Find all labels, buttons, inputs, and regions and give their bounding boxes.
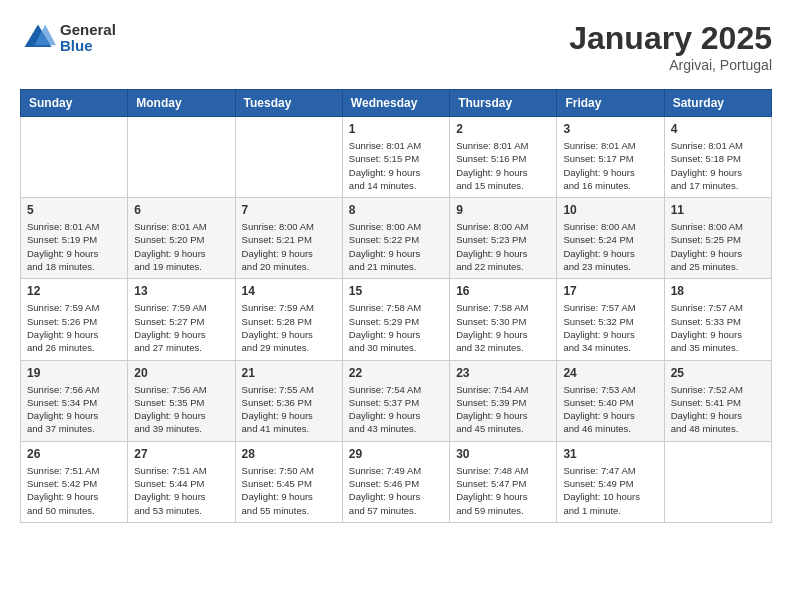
day-number: 8 (349, 203, 443, 217)
day-cell: 13Sunrise: 7:59 AM Sunset: 5:27 PM Dayli… (128, 279, 235, 360)
day-info: Sunrise: 8:01 AM Sunset: 5:15 PM Dayligh… (349, 139, 443, 192)
day-cell: 6Sunrise: 8:01 AM Sunset: 5:20 PM Daylig… (128, 198, 235, 279)
day-info: Sunrise: 7:54 AM Sunset: 5:37 PM Dayligh… (349, 383, 443, 436)
day-info: Sunrise: 7:55 AM Sunset: 5:36 PM Dayligh… (242, 383, 336, 436)
day-info: Sunrise: 7:56 AM Sunset: 5:35 PM Dayligh… (134, 383, 228, 436)
page-header: General Blue January 2025 Argivai, Portu… (20, 20, 772, 73)
day-info: Sunrise: 8:01 AM Sunset: 5:17 PM Dayligh… (563, 139, 657, 192)
day-info: Sunrise: 8:00 AM Sunset: 5:23 PM Dayligh… (456, 220, 550, 273)
column-header-tuesday: Tuesday (235, 90, 342, 117)
day-cell: 26Sunrise: 7:51 AM Sunset: 5:42 PM Dayli… (21, 441, 128, 522)
day-info: Sunrise: 7:59 AM Sunset: 5:27 PM Dayligh… (134, 301, 228, 354)
day-cell (21, 117, 128, 198)
calendar-header-row: SundayMondayTuesdayWednesdayThursdayFrid… (21, 90, 772, 117)
day-cell: 14Sunrise: 7:59 AM Sunset: 5:28 PM Dayli… (235, 279, 342, 360)
week-row-4: 19Sunrise: 7:56 AM Sunset: 5:34 PM Dayli… (21, 360, 772, 441)
day-info: Sunrise: 7:57 AM Sunset: 5:33 PM Dayligh… (671, 301, 765, 354)
day-cell: 12Sunrise: 7:59 AM Sunset: 5:26 PM Dayli… (21, 279, 128, 360)
day-number: 29 (349, 447, 443, 461)
day-info: Sunrise: 7:48 AM Sunset: 5:47 PM Dayligh… (456, 464, 550, 517)
day-number: 26 (27, 447, 121, 461)
day-number: 18 (671, 284, 765, 298)
day-cell: 25Sunrise: 7:52 AM Sunset: 5:41 PM Dayli… (664, 360, 771, 441)
day-info: Sunrise: 7:59 AM Sunset: 5:26 PM Dayligh… (27, 301, 121, 354)
day-info: Sunrise: 7:51 AM Sunset: 5:44 PM Dayligh… (134, 464, 228, 517)
day-cell: 28Sunrise: 7:50 AM Sunset: 5:45 PM Dayli… (235, 441, 342, 522)
day-cell: 30Sunrise: 7:48 AM Sunset: 5:47 PM Dayli… (450, 441, 557, 522)
logo-icon (20, 20, 56, 56)
column-header-monday: Monday (128, 90, 235, 117)
day-number: 7 (242, 203, 336, 217)
day-cell: 24Sunrise: 7:53 AM Sunset: 5:40 PM Dayli… (557, 360, 664, 441)
column-header-thursday: Thursday (450, 90, 557, 117)
logo-text: General Blue (60, 22, 116, 55)
day-number: 31 (563, 447, 657, 461)
column-header-wednesday: Wednesday (342, 90, 449, 117)
day-number: 2 (456, 122, 550, 136)
day-cell: 15Sunrise: 7:58 AM Sunset: 5:29 PM Dayli… (342, 279, 449, 360)
day-number: 12 (27, 284, 121, 298)
logo: General Blue (20, 20, 116, 56)
day-cell: 11Sunrise: 8:00 AM Sunset: 5:25 PM Dayli… (664, 198, 771, 279)
day-cell (664, 441, 771, 522)
day-number: 13 (134, 284, 228, 298)
day-number: 4 (671, 122, 765, 136)
day-info: Sunrise: 8:00 AM Sunset: 5:22 PM Dayligh… (349, 220, 443, 273)
day-cell: 7Sunrise: 8:00 AM Sunset: 5:21 PM Daylig… (235, 198, 342, 279)
day-info: Sunrise: 8:01 AM Sunset: 5:16 PM Dayligh… (456, 139, 550, 192)
day-number: 28 (242, 447, 336, 461)
column-header-saturday: Saturday (664, 90, 771, 117)
day-info: Sunrise: 7:58 AM Sunset: 5:30 PM Dayligh… (456, 301, 550, 354)
month-title: January 2025 (569, 20, 772, 57)
day-number: 3 (563, 122, 657, 136)
day-info: Sunrise: 7:57 AM Sunset: 5:32 PM Dayligh… (563, 301, 657, 354)
calendar-table: SundayMondayTuesdayWednesdayThursdayFrid… (20, 89, 772, 523)
day-info: Sunrise: 7:56 AM Sunset: 5:34 PM Dayligh… (27, 383, 121, 436)
day-cell: 29Sunrise: 7:49 AM Sunset: 5:46 PM Dayli… (342, 441, 449, 522)
day-number: 23 (456, 366, 550, 380)
day-number: 24 (563, 366, 657, 380)
logo-general: General (60, 22, 116, 39)
day-info: Sunrise: 7:54 AM Sunset: 5:39 PM Dayligh… (456, 383, 550, 436)
title-block: January 2025 Argivai, Portugal (569, 20, 772, 73)
day-cell: 3Sunrise: 8:01 AM Sunset: 5:17 PM Daylig… (557, 117, 664, 198)
day-info: Sunrise: 7:52 AM Sunset: 5:41 PM Dayligh… (671, 383, 765, 436)
day-number: 14 (242, 284, 336, 298)
day-number: 10 (563, 203, 657, 217)
day-number: 30 (456, 447, 550, 461)
day-cell: 27Sunrise: 7:51 AM Sunset: 5:44 PM Dayli… (128, 441, 235, 522)
day-info: Sunrise: 8:01 AM Sunset: 5:18 PM Dayligh… (671, 139, 765, 192)
week-row-5: 26Sunrise: 7:51 AM Sunset: 5:42 PM Dayli… (21, 441, 772, 522)
day-number: 27 (134, 447, 228, 461)
day-cell (128, 117, 235, 198)
day-cell: 23Sunrise: 7:54 AM Sunset: 5:39 PM Dayli… (450, 360, 557, 441)
day-number: 21 (242, 366, 336, 380)
day-number: 6 (134, 203, 228, 217)
day-info: Sunrise: 7:50 AM Sunset: 5:45 PM Dayligh… (242, 464, 336, 517)
day-info: Sunrise: 8:01 AM Sunset: 5:20 PM Dayligh… (134, 220, 228, 273)
week-row-3: 12Sunrise: 7:59 AM Sunset: 5:26 PM Dayli… (21, 279, 772, 360)
day-number: 9 (456, 203, 550, 217)
day-number: 16 (456, 284, 550, 298)
day-info: Sunrise: 7:51 AM Sunset: 5:42 PM Dayligh… (27, 464, 121, 517)
day-info: Sunrise: 7:49 AM Sunset: 5:46 PM Dayligh… (349, 464, 443, 517)
day-cell: 9Sunrise: 8:00 AM Sunset: 5:23 PM Daylig… (450, 198, 557, 279)
day-cell: 22Sunrise: 7:54 AM Sunset: 5:37 PM Dayli… (342, 360, 449, 441)
day-number: 1 (349, 122, 443, 136)
day-info: Sunrise: 7:53 AM Sunset: 5:40 PM Dayligh… (563, 383, 657, 436)
day-cell: 20Sunrise: 7:56 AM Sunset: 5:35 PM Dayli… (128, 360, 235, 441)
day-cell: 2Sunrise: 8:01 AM Sunset: 5:16 PM Daylig… (450, 117, 557, 198)
day-number: 19 (27, 366, 121, 380)
day-cell: 31Sunrise: 7:47 AM Sunset: 5:49 PM Dayli… (557, 441, 664, 522)
day-number: 5 (27, 203, 121, 217)
day-number: 15 (349, 284, 443, 298)
day-info: Sunrise: 8:00 AM Sunset: 5:25 PM Dayligh… (671, 220, 765, 273)
day-cell: 16Sunrise: 7:58 AM Sunset: 5:30 PM Dayli… (450, 279, 557, 360)
week-row-2: 5Sunrise: 8:01 AM Sunset: 5:19 PM Daylig… (21, 198, 772, 279)
logo-blue: Blue (60, 38, 116, 55)
day-number: 11 (671, 203, 765, 217)
day-cell: 5Sunrise: 8:01 AM Sunset: 5:19 PM Daylig… (21, 198, 128, 279)
week-row-1: 1Sunrise: 8:01 AM Sunset: 5:15 PM Daylig… (21, 117, 772, 198)
day-info: Sunrise: 8:00 AM Sunset: 5:21 PM Dayligh… (242, 220, 336, 273)
day-cell: 10Sunrise: 8:00 AM Sunset: 5:24 PM Dayli… (557, 198, 664, 279)
